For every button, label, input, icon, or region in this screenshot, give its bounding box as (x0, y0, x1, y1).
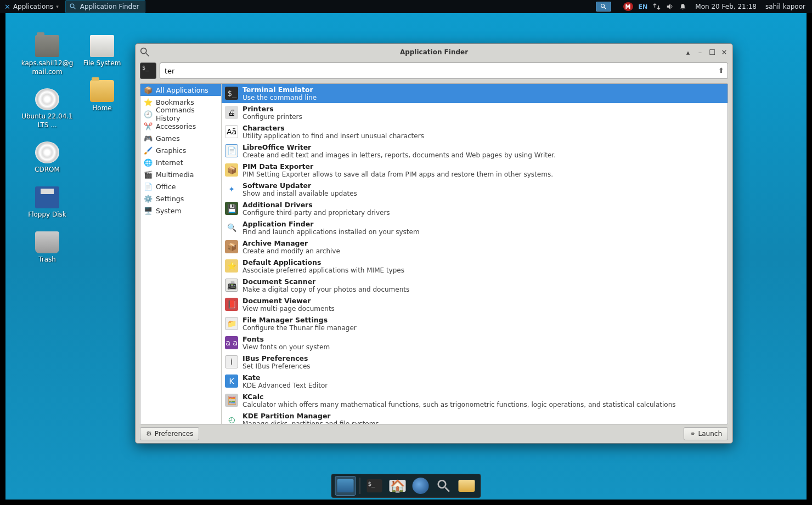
category-label: Bookmarks (156, 98, 194, 106)
result-item[interactable]: a aFontsView fonts on your system (222, 333, 728, 353)
desktop-icon[interactable]: Floppy Disk (20, 186, 75, 219)
preferences-button[interactable]: ⚙ Preferences (140, 427, 199, 440)
category-item[interactable]: 📦All Applications (140, 84, 221, 96)
desktop-icon[interactable]: Ubuntu 22.04.1 LTS ... (20, 88, 75, 129)
result-item[interactable]: ⭐Default ApplicationsAssociate preferred… (222, 257, 728, 276)
svg-line-7 (446, 487, 450, 492)
icon-glyph (35, 186, 59, 208)
dock-item-show-desktop[interactable] (335, 476, 356, 496)
desktop-icon[interactable]: kaps.sahil12@gmail.com (20, 35, 75, 76)
user-menu[interactable]: sahil kapoor (765, 0, 805, 13)
applications-menu-button[interactable]: ✕ Applications ▾ (0, 0, 63, 13)
volume-icon[interactable] (666, 0, 674, 13)
result-item[interactable]: 📦Archive ManagerCreate and modify an arc… (222, 237, 728, 257)
dock-item-terminal[interactable]: $_ (364, 476, 385, 496)
icon-label: Ubuntu 22.04.1 LTS ... (20, 112, 75, 129)
finder-body: 📦All Applications⭐Bookmarks🕘Commands His… (140, 83, 728, 424)
result-item[interactable]: ◴KDE Partition ManagerManage disks, part… (222, 410, 728, 424)
clock[interactable]: Mon 20 Feb, 21:18 (695, 0, 757, 13)
icon-label: kaps.sahil12@gmail.com (20, 59, 75, 76)
result-item[interactable]: 🔍Application FinderFind and launch appli… (222, 218, 728, 237)
category-item[interactable]: ⚙️Settings (140, 192, 221, 205)
app-name: Printers (243, 105, 302, 113)
result-text: Application FinderFind and launch applic… (243, 220, 420, 236)
app-icon: 📄 (225, 144, 238, 157)
result-item[interactable]: 📕Document ViewerView multi-page document… (222, 295, 728, 314)
keyboard-layout-indicator[interactable]: EN (639, 0, 648, 13)
launch-icon: ⚭ (690, 430, 695, 438)
mega-tray-icon[interactable]: M (623, 0, 633, 13)
result-item[interactable]: 📠Document ScannerMake a digital copy of … (222, 276, 728, 295)
category-label: Graphics (156, 146, 186, 155)
result-item[interactable]: AäCharactersUtility application to find … (222, 122, 728, 141)
panel-left: ✕ Applications ▾ Application Finder (0, 0, 145, 13)
app-description: Create and modify an archive (243, 247, 340, 255)
launch-label: Launch (698, 430, 722, 438)
collapse-arrow-icon[interactable]: ⬆ (718, 66, 724, 75)
notifications-icon[interactable] (679, 0, 686, 13)
app-name: Fonts (243, 335, 330, 343)
desktop-icons-col1: kaps.sahil12@gmail.comUbuntu 22.04.1 LTS… (20, 35, 75, 264)
result-item[interactable]: 🖨PrintersConfigure printers (222, 103, 728, 122)
category-icon: 📄 (144, 182, 153, 191)
desktop-icon[interactable]: Home (75, 80, 129, 113)
dock-item-directory[interactable] (456, 476, 477, 496)
app-name: LibreOffice Writer (243, 143, 556, 151)
window-maximize-button[interactable]: ☐ (708, 48, 716, 56)
result-item[interactable]: 📦PIM Data ExporterPIM Setting Exporter a… (222, 161, 728, 180)
launch-button[interactable]: ⚭ Launch (684, 427, 728, 440)
result-text: KCalcCalculator which offers many mathem… (243, 393, 676, 408)
category-item[interactable]: 🖥️System (140, 205, 221, 217)
app-name: Terminal Emulator (243, 86, 317, 94)
category-item[interactable]: 🎬Multimedia (140, 168, 221, 180)
window-close-button[interactable]: ✕ (720, 48, 728, 56)
dock-item-app-finder[interactable] (433, 476, 454, 496)
desktop-icon[interactable]: File System (75, 35, 129, 68)
result-item[interactable]: 🧮KCalcCalculator which offers many mathe… (222, 391, 728, 410)
category-item[interactable]: 🎮Games (140, 132, 221, 144)
app-icon: K (225, 375, 238, 388)
result-item[interactable]: 💾Additional DriversConfigure third-party… (222, 199, 728, 218)
icon-label: Floppy Disk (28, 211, 66, 219)
icon-glyph (35, 231, 59, 253)
result-item[interactable]: 📁File Manager SettingsConfigure the Thun… (222, 314, 728, 333)
dock-item-web-browser[interactable] (410, 476, 431, 496)
window-titlebar[interactable]: Application Finder ▴ – ☐ ✕ (136, 44, 732, 60)
preferences-label: Preferences (155, 430, 194, 438)
panel-search-button[interactable] (596, 2, 611, 12)
category-item[interactable]: 📄Office (140, 180, 221, 192)
desktop-icon[interactable]: CDROM (20, 141, 75, 174)
category-item[interactable]: 🌐Internet (140, 156, 221, 168)
app-icon: $_ (225, 87, 238, 100)
app-icon: i (225, 355, 238, 368)
category-label: All Applications (156, 86, 208, 94)
category-label: System (156, 207, 182, 215)
app-description: Show and install available updates (243, 190, 357, 197)
category-list: 📦All Applications⭐Bookmarks🕘Commands His… (140, 84, 222, 424)
window-minimize-button[interactable]: – (696, 48, 704, 56)
desktop-icons-col2: File SystemHome (75, 35, 129, 112)
result-item[interactable]: iIBus PreferencesSet IBus Preferences (222, 353, 728, 372)
desktop-icon[interactable]: Trash (20, 231, 75, 264)
icon-label: Home (92, 104, 111, 113)
network-icon[interactable] (653, 0, 661, 13)
result-item[interactable]: ✦Software UpdaterShow and install availa… (222, 180, 728, 199)
app-description: Utility application to find and insert u… (243, 132, 424, 140)
result-text: KateKDE Advanced Text Editor (243, 373, 328, 389)
result-item[interactable]: $_Terminal EmulatorUse the command line (222, 84, 728, 103)
dock-item-file-manager[interactable]: 🏠 (387, 476, 408, 496)
result-text: Terminal EmulatorUse the command line (243, 86, 317, 101)
result-item[interactable]: KKateKDE Advanced Text Editor (222, 372, 728, 391)
terminal-icon[interactable]: $_ (140, 63, 156, 79)
app-name: IBus Preferences (243, 354, 311, 362)
category-item[interactable]: 🕘Commands History (140, 108, 221, 120)
top-panel: ✕ Applications ▾ Application Finder M EN… (0, 0, 812, 13)
app-icon: 🖨 (225, 106, 238, 119)
result-item[interactable]: 📄LibreOffice WriterCreate and edit text … (222, 141, 728, 161)
taskbar-item-application-finder[interactable]: Application Finder (65, 0, 145, 13)
search-row: $_ ⬆ (136, 60, 732, 83)
desktop[interactable]: kaps.sahil12@gmail.comUbuntu 22.04.1 LTS… (5, 13, 807, 500)
search-input[interactable] (165, 63, 712, 78)
window-rollup-button[interactable]: ▴ (684, 48, 692, 56)
category-item[interactable]: 🖌️Graphics (140, 144, 221, 156)
